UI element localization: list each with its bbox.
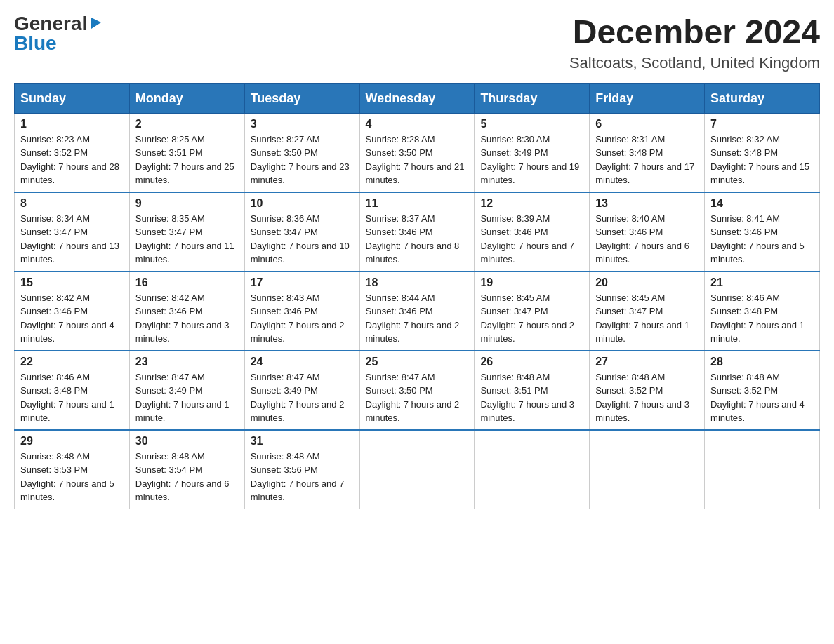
day-number: 15 <box>20 276 124 289</box>
calendar-week-row: 1 Sunrise: 8:23 AM Sunset: 3:52 PM Dayli… <box>15 113 820 192</box>
day-number: 20 <box>595 276 699 289</box>
header-monday: Monday <box>129 83 244 113</box>
day-info: Sunrise: 8:27 AM Sunset: 3:50 PM Dayligh… <box>251 133 354 187</box>
svg-marker-0 <box>91 18 101 29</box>
header-thursday: Thursday <box>475 83 590 113</box>
table-row: 4 Sunrise: 8:28 AM Sunset: 3:50 PM Dayli… <box>359 113 475 192</box>
table-row: 28 Sunrise: 8:48 AM Sunset: 3:52 PM Dayl… <box>705 351 820 430</box>
day-info: Sunrise: 8:25 AM Sunset: 3:51 PM Dayligh… <box>135 133 239 187</box>
table-row: 6 Sunrise: 8:31 AM Sunset: 3:48 PM Dayli… <box>590 113 705 192</box>
table-row: 30 Sunrise: 8:48 AM Sunset: 3:54 PM Dayl… <box>129 430 244 509</box>
day-number: 21 <box>710 276 814 289</box>
table-row: 26 Sunrise: 8:48 AM Sunset: 3:51 PM Dayl… <box>475 351 590 430</box>
table-row: 1 Sunrise: 8:23 AM Sunset: 3:52 PM Dayli… <box>15 113 130 192</box>
day-info: Sunrise: 8:48 AM Sunset: 3:51 PM Dayligh… <box>480 370 583 425</box>
table-row: 23 Sunrise: 8:47 AM Sunset: 3:49 PM Dayl… <box>129 351 244 430</box>
day-number: 11 <box>366 197 469 210</box>
day-info: Sunrise: 8:46 AM Sunset: 3:48 PM Dayligh… <box>20 370 124 425</box>
day-number: 23 <box>135 356 239 368</box>
page-header: General Blue December 2024 Saltcoats, Sc… <box>14 14 820 72</box>
day-info: Sunrise: 8:42 AM Sunset: 3:46 PM Dayligh… <box>20 291 124 346</box>
day-number: 28 <box>710 356 814 368</box>
day-info: Sunrise: 8:23 AM Sunset: 3:52 PM Dayligh… <box>20 133 124 187</box>
day-number: 7 <box>710 118 814 130</box>
table-row <box>475 430 590 509</box>
day-number: 26 <box>480 356 583 368</box>
day-info: Sunrise: 8:47 AM Sunset: 3:50 PM Dayligh… <box>366 370 469 425</box>
day-number: 14 <box>710 197 814 210</box>
day-info: Sunrise: 8:42 AM Sunset: 3:46 PM Dayligh… <box>135 291 239 346</box>
header-sunday: Sunday <box>15 83 130 113</box>
calendar-week-row: 22 Sunrise: 8:46 AM Sunset: 3:48 PM Dayl… <box>15 351 820 430</box>
table-row: 31 Sunrise: 8:48 AM Sunset: 3:56 PM Dayl… <box>244 430 359 509</box>
calendar-table: Sunday Monday Tuesday Wednesday Thursday… <box>14 83 820 509</box>
day-number: 19 <box>480 276 583 289</box>
logo-blue-text: Blue <box>14 34 57 53</box>
table-row: 8 Sunrise: 8:34 AM Sunset: 3:47 PM Dayli… <box>15 192 130 271</box>
day-info: Sunrise: 8:43 AM Sunset: 3:46 PM Dayligh… <box>251 291 354 346</box>
table-row: 15 Sunrise: 8:42 AM Sunset: 3:46 PM Dayl… <box>15 271 130 351</box>
table-row: 22 Sunrise: 8:46 AM Sunset: 3:48 PM Dayl… <box>15 351 130 430</box>
day-number: 31 <box>251 435 354 448</box>
table-row: 5 Sunrise: 8:30 AM Sunset: 3:49 PM Dayli… <box>475 113 590 192</box>
day-info: Sunrise: 8:32 AM Sunset: 3:48 PM Dayligh… <box>710 133 814 187</box>
table-row: 10 Sunrise: 8:36 AM Sunset: 3:47 PM Dayl… <box>244 192 359 271</box>
table-row: 9 Sunrise: 8:35 AM Sunset: 3:47 PM Dayli… <box>129 192 244 271</box>
day-number: 9 <box>135 197 239 210</box>
table-row: 17 Sunrise: 8:43 AM Sunset: 3:46 PM Dayl… <box>244 271 359 351</box>
day-info: Sunrise: 8:45 AM Sunset: 3:47 PM Dayligh… <box>480 291 583 346</box>
table-row: 16 Sunrise: 8:42 AM Sunset: 3:46 PM Dayl… <box>129 271 244 351</box>
day-number: 2 <box>135 118 239 130</box>
table-row: 24 Sunrise: 8:47 AM Sunset: 3:49 PM Dayl… <box>244 351 359 430</box>
logo-triangle-icon <box>88 15 104 33</box>
table-row: 2 Sunrise: 8:25 AM Sunset: 3:51 PM Dayli… <box>129 113 244 192</box>
table-row: 19 Sunrise: 8:45 AM Sunset: 3:47 PM Dayl… <box>475 271 590 351</box>
table-row <box>705 430 820 509</box>
logo: General Blue <box>14 14 104 53</box>
day-number: 6 <box>595 118 699 130</box>
table-row: 7 Sunrise: 8:32 AM Sunset: 3:48 PM Dayli… <box>705 113 820 192</box>
day-number: 30 <box>135 435 239 448</box>
header-tuesday: Tuesday <box>244 83 359 113</box>
day-number: 3 <box>251 118 354 130</box>
day-info: Sunrise: 8:36 AM Sunset: 3:47 PM Dayligh… <box>251 212 354 267</box>
day-info: Sunrise: 8:48 AM Sunset: 3:52 PM Dayligh… <box>710 370 814 425</box>
header-saturday: Saturday <box>705 83 820 113</box>
day-number: 16 <box>135 276 239 289</box>
day-number: 25 <box>366 356 469 368</box>
calendar-header-row: Sunday Monday Tuesday Wednesday Thursday… <box>15 83 820 113</box>
calendar-week-row: 15 Sunrise: 8:42 AM Sunset: 3:46 PM Dayl… <box>15 271 820 351</box>
header-friday: Friday <box>590 83 705 113</box>
day-info: Sunrise: 8:44 AM Sunset: 3:46 PM Dayligh… <box>366 291 469 346</box>
table-row: 11 Sunrise: 8:37 AM Sunset: 3:46 PM Dayl… <box>359 192 475 271</box>
table-row: 3 Sunrise: 8:27 AM Sunset: 3:50 PM Dayli… <box>244 113 359 192</box>
day-info: Sunrise: 8:45 AM Sunset: 3:47 PM Dayligh… <box>595 291 699 346</box>
table-row: 21 Sunrise: 8:46 AM Sunset: 3:48 PM Dayl… <box>705 271 820 351</box>
day-info: Sunrise: 8:41 AM Sunset: 3:46 PM Dayligh… <box>710 212 814 267</box>
table-row <box>590 430 705 509</box>
day-number: 27 <box>595 356 699 368</box>
day-number: 18 <box>366 276 469 289</box>
day-info: Sunrise: 8:39 AM Sunset: 3:46 PM Dayligh… <box>480 212 583 267</box>
day-info: Sunrise: 8:28 AM Sunset: 3:50 PM Dayligh… <box>366 133 469 187</box>
day-info: Sunrise: 8:40 AM Sunset: 3:46 PM Dayligh… <box>595 212 699 267</box>
logo-general-row: General <box>14 14 104 34</box>
table-row: 20 Sunrise: 8:45 AM Sunset: 3:47 PM Dayl… <box>590 271 705 351</box>
day-info: Sunrise: 8:37 AM Sunset: 3:46 PM Dayligh… <box>366 212 469 267</box>
calendar-week-row: 8 Sunrise: 8:34 AM Sunset: 3:47 PM Dayli… <box>15 192 820 271</box>
day-number: 17 <box>251 276 354 289</box>
day-info: Sunrise: 8:47 AM Sunset: 3:49 PM Dayligh… <box>135 370 239 425</box>
header-wednesday: Wednesday <box>359 83 475 113</box>
day-number: 1 <box>20 118 124 130</box>
calendar-week-row: 29 Sunrise: 8:48 AM Sunset: 3:53 PM Dayl… <box>15 430 820 509</box>
day-info: Sunrise: 8:48 AM Sunset: 3:52 PM Dayligh… <box>595 370 699 425</box>
day-number: 13 <box>595 197 699 210</box>
day-number: 22 <box>20 356 124 368</box>
logo-general-text: General <box>14 14 87 34</box>
month-title: December 2024 <box>569 14 820 51</box>
day-info: Sunrise: 8:47 AM Sunset: 3:49 PM Dayligh… <box>251 370 354 425</box>
day-number: 12 <box>480 197 583 210</box>
day-info: Sunrise: 8:35 AM Sunset: 3:47 PM Dayligh… <box>135 212 239 267</box>
day-info: Sunrise: 8:31 AM Sunset: 3:48 PM Dayligh… <box>595 133 699 187</box>
table-row: 12 Sunrise: 8:39 AM Sunset: 3:46 PM Dayl… <box>475 192 590 271</box>
